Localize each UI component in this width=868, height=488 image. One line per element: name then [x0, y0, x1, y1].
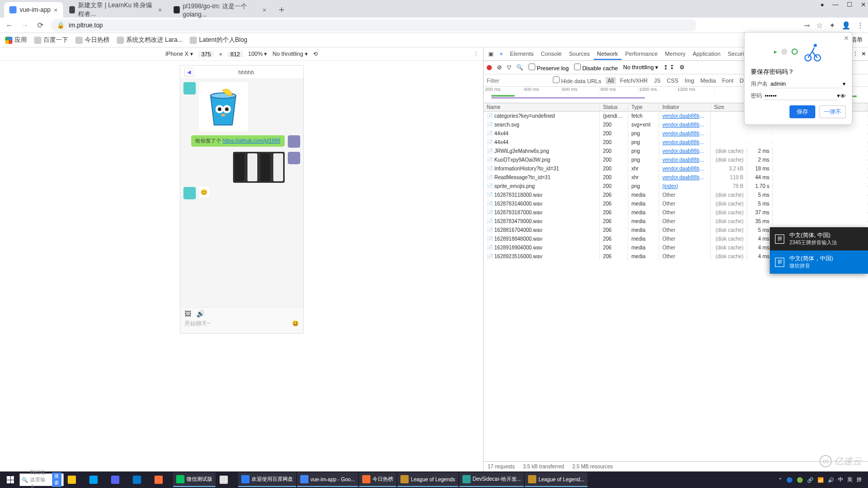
- zoom-select[interactable]: 100% ▾: [248, 51, 267, 57]
- taskbar-app[interactable]: [86, 473, 107, 487]
- maximize-button[interactable]: ☐: [847, 1, 853, 8]
- devtools-tab-application[interactable]: Application: [689, 49, 724, 60]
- tray-icon[interactable]: 中: [838, 476, 843, 483]
- hide-data-urls-checkbox[interactable]: Hide data URLs: [553, 76, 601, 84]
- github-link[interactable]: https://github.com/pl1998: [223, 138, 281, 144]
- taskbar-app[interactable]: 微信测试版: [173, 473, 215, 487]
- filter-type-css[interactable]: CSS: [665, 77, 681, 84]
- network-request-row[interactable]: 📄 ReadMessage?to_id=31200xhrvendor.daab8…: [484, 173, 868, 182]
- taskbar-app[interactable]: League of Legend...: [525, 473, 587, 487]
- emoji-picker-icon[interactable]: 😃: [292, 320, 299, 327]
- taskbar-app[interactable]: DevSidecar-给开发...: [459, 473, 524, 487]
- image-icon[interactable]: 🖼: [184, 310, 191, 318]
- taskbar-app[interactable]: League of Legends: [397, 473, 458, 487]
- device-more-icon[interactable]: ⋮: [473, 51, 479, 57]
- rotate-icon[interactable]: ⟲: [313, 51, 318, 57]
- voice-icon[interactable]: 🔊: [196, 310, 205, 318]
- taskbar-app[interactable]: [108, 473, 129, 487]
- search-icon[interactable]: 🔍: [516, 64, 523, 71]
- tray-icon[interactable]: 🔵: [786, 477, 793, 483]
- preserve-log-checkbox[interactable]: Preserve log: [529, 64, 569, 71]
- throttle-select[interactable]: No throttling ▾: [272, 51, 307, 57]
- network-settings-icon[interactable]: ⚙: [679, 64, 685, 71]
- devtools-tab-network[interactable]: Network: [594, 49, 622, 60]
- username-input[interactable]: [769, 80, 843, 88]
- emoji-message[interactable]: 😊: [199, 187, 209, 197]
- forward-button[interactable]: →: [20, 21, 30, 29]
- filter-input[interactable]: [487, 77, 549, 84]
- image-message[interactable]: [199, 82, 248, 131]
- tray-icon[interactable]: 🟢: [797, 477, 803, 483]
- clear-button[interactable]: ⊘: [497, 64, 502, 71]
- tab-close-icon[interactable]: ×: [54, 6, 58, 14]
- chat-back-button[interactable]: ◀: [184, 68, 194, 77]
- taskbar-app[interactable]: vue-im-app - Goo...: [297, 473, 358, 487]
- taskbar-app[interactable]: [151, 473, 172, 487]
- eye-icon[interactable]: 👁: [840, 93, 846, 99]
- filter-type-fetch-xhr[interactable]: Fetch/XHR: [618, 77, 650, 84]
- bookmark-item[interactable]: 今日热榜: [75, 36, 110, 44]
- password-input[interactable]: [764, 91, 837, 100]
- network-request-row[interactable]: 📄 44x44200pngvendor.daab88b9.js:1: [484, 129, 868, 138]
- devtools-tab-performance[interactable]: Performance: [622, 49, 661, 60]
- network-request-row[interactable]: 📄 1628783187000.wav206mediaOther(disk ca…: [484, 208, 868, 217]
- ime-option[interactable]: 拼中文(简体, 中国)2345王牌拼音输入法: [770, 227, 868, 250]
- system-tray[interactable]: ⌃🔵🟢🔗📶🔊中英拼: [778, 476, 866, 483]
- devtools-tab-console[interactable]: Console: [537, 49, 565, 60]
- devtools-tab-sources[interactable]: Sources: [565, 49, 593, 60]
- filter-type-all[interactable]: All: [606, 77, 616, 84]
- filter-type-img[interactable]: Img: [683, 77, 696, 84]
- chat-messages[interactable]: 给你发了个 https://github.com/pl1998 😊: [180, 79, 303, 307]
- bookmark-item[interactable]: Latent的个人Blog: [190, 36, 247, 44]
- network-request-row[interactable]: 📄 1628783479000.wav206mediaOther(disk ca…: [484, 217, 868, 226]
- tray-icon[interactable]: 英: [847, 476, 853, 483]
- devtools-tab-memory[interactable]: Memory: [661, 49, 689, 60]
- filter-toggle-icon[interactable]: ▽: [507, 64, 511, 71]
- throttle-dropdown[interactable]: No throttling ▾: [623, 64, 658, 71]
- network-table[interactable]: Name Status Type Initiator Size Time Wat…: [484, 103, 868, 461]
- ime-option[interactable]: 拼中文(简体，中国)微软拼音: [770, 250, 868, 274]
- taskbar-app[interactable]: [216, 473, 237, 487]
- taskbar-app[interactable]: [65, 473, 85, 487]
- device-select[interactable]: iPhone X ▾: [165, 51, 193, 57]
- tab-close-icon[interactable]: ×: [262, 6, 267, 14]
- tray-icon[interactable]: 🔗: [807, 477, 813, 483]
- never-save-button[interactable]: 一律不: [819, 105, 846, 118]
- devtools-close-icon[interactable]: ✕: [861, 51, 866, 57]
- network-request-row[interactable]: 📄 44x44200pngvendor.daab88b9.js:1: [484, 138, 868, 147]
- taskbar-app[interactable]: [130, 473, 150, 487]
- disable-cache-checkbox[interactable]: Disable cache: [574, 64, 618, 71]
- close-window-button[interactable]: ✕: [861, 1, 866, 8]
- taskbar-app[interactable]: 今日热榜: [359, 473, 396, 487]
- minimize-button[interactable]: —: [832, 1, 839, 8]
- network-request-row[interactable]: 📄 JRWlLg3eMahrw6s.png200pngvendor.daab88…: [484, 147, 868, 155]
- tray-icon[interactable]: 🔊: [828, 477, 834, 483]
- start-button[interactable]: [2, 473, 19, 487]
- tray-icon[interactable]: 拼: [857, 476, 862, 483]
- network-request-row[interactable]: 📄 1628783118000.wav206mediaOther(disk ca…: [484, 191, 868, 199]
- width-input[interactable]: [198, 51, 214, 57]
- tray-icon[interactable]: ⌃: [778, 477, 782, 483]
- apps-shortcut[interactable]: 应用: [5, 36, 27, 44]
- profile-icon[interactable]: 👤: [842, 21, 850, 29]
- reload-button[interactable]: ⟳: [35, 21, 45, 30]
- screenshot-message[interactable]: [233, 152, 285, 183]
- url-input[interactable]: 🔒 im.pltrue.top: [51, 19, 696, 32]
- key-icon[interactable]: ⊸: [804, 21, 810, 29]
- network-request-row[interactable]: 📄 KuoDTxpy9AOai3W.png200pngvendor.daab88…: [484, 155, 868, 164]
- browser-tab[interactable]: 新建文章 | LearnKu 终身编程者...×: [64, 2, 167, 18]
- chrome-menu-icon[interactable]: ⋮: [857, 21, 864, 29]
- bookmark-item[interactable]: 百度一下: [34, 36, 68, 44]
- link-message[interactable]: 给你发了个 https://github.com/pl1998: [191, 135, 285, 147]
- new-tab-button[interactable]: ＋: [273, 1, 290, 18]
- browser-tab[interactable]: pl1998/go-im: 这是一个golang...×: [168, 2, 272, 18]
- filter-type-js[interactable]: JS: [652, 77, 663, 84]
- chat-input[interactable]: 开始聊天~: [184, 320, 210, 327]
- taskbar-app[interactable]: 欢迎使用百度网盘: [238, 473, 296, 487]
- height-input[interactable]: [227, 51, 243, 57]
- devtools-more-icon[interactable]: ⋮: [853, 51, 858, 57]
- import-export-icon[interactable]: ↥ ↧: [663, 64, 674, 71]
- devtools-tab-elements[interactable]: Elements: [506, 49, 537, 60]
- filter-type-font[interactable]: Font: [720, 77, 736, 84]
- network-request-row[interactable]: 📄 InformationHistory?to_id=31200xhrvendo…: [484, 164, 868, 173]
